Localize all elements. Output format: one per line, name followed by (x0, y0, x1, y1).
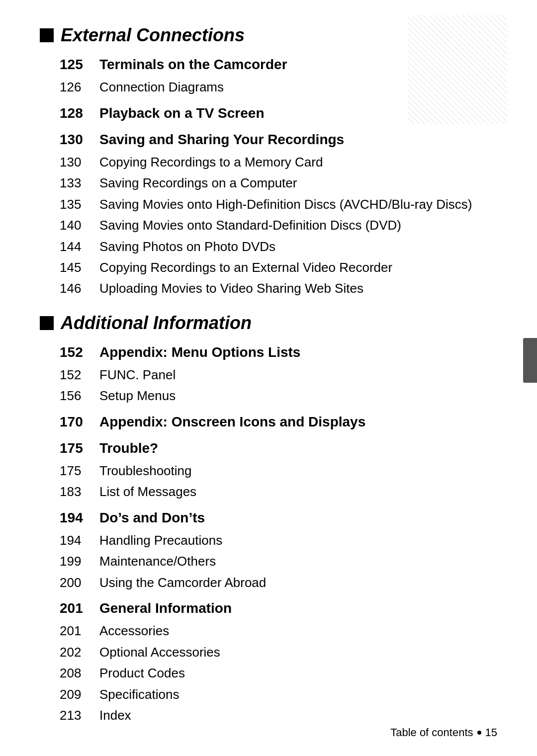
toc-row: 170Appendix: Onscreen Icons and Displays (40, 412, 497, 431)
toc-page-number: 156 (60, 388, 99, 404)
toc-row: 140Saving Movies onto Standard-Definitio… (40, 216, 497, 234)
toc-row: 213Index (40, 706, 497, 724)
toc-row: 130Saving and Sharing Your Recordings (40, 130, 497, 149)
toc-entry-text: Index (99, 706, 131, 724)
toc-row: 175Trouble? (40, 438, 497, 458)
toc-row: 208Product Codes (40, 664, 497, 682)
toc-entry-text: Copying Recordings to an External Video … (99, 258, 392, 276)
toc-page-number: 145 (60, 260, 99, 275)
toc-entry-text: Terminals on the Camcorder (99, 55, 287, 74)
toc-entry-text: Appendix: Menu Options Lists (99, 342, 300, 362)
toc-row: 200Using the Camcorder Abroad (40, 574, 497, 591)
toc-page-number: 152 (60, 344, 99, 360)
section-marker-icon (40, 316, 54, 330)
toc-entry-text: Connection Diagrams (99, 78, 224, 96)
toc-content: External Connections125Terminals on the … (40, 25, 497, 724)
toc-page-number: 202 (60, 645, 99, 660)
toc-row: 202Optional Accessories (40, 643, 497, 661)
toc-entry-text: Product Codes (99, 664, 185, 682)
toc-entry-text: Saving and Sharing Your Recordings (99, 130, 344, 149)
toc-page-number: 175 (60, 463, 99, 479)
toc-entry-text: Do’s and Don’ts (99, 508, 205, 527)
toc-page-number: 175 (60, 440, 99, 456)
page-container: External Connections125Terminals on the … (0, 0, 537, 756)
toc-page-number: 194 (60, 510, 99, 526)
toc-entry-text: Using the Camcorder Abroad (99, 574, 266, 591)
toc-page-number: 194 (60, 533, 99, 548)
toc-row: 144Saving Photos on Photo DVDs (40, 238, 497, 255)
toc-row: 152FUNC. Panel (40, 366, 497, 384)
toc-page-number: 125 (60, 57, 99, 73)
toc-entry-text: Copying Recordings to a Memory Card (99, 153, 323, 171)
toc-page-number: 209 (60, 687, 99, 702)
toc-row: 152Appendix: Menu Options Lists (40, 342, 497, 362)
toc-entry-text: Saving Recordings on a Computer (99, 174, 297, 192)
toc-entry-text: Trouble? (99, 438, 158, 458)
toc-page-number: 130 (60, 132, 99, 148)
toc-entry-text: Uploading Movies to Video Sharing Web Si… (99, 279, 363, 297)
toc-page-number: 133 (60, 175, 99, 191)
toc-page-number: 183 (60, 484, 99, 500)
toc-row: 194Handling Precautions (40, 531, 497, 549)
toc-row: 133Saving Recordings on a Computer (40, 174, 497, 192)
footer-page-number: 15 (485, 726, 497, 739)
toc-page-number: 170 (60, 414, 99, 430)
footer-bullet-icon (477, 731, 481, 735)
toc-page-number: 140 (60, 218, 99, 233)
toc-row: 145Copying Recordings to an External Vid… (40, 258, 497, 276)
toc-page-number: 199 (60, 554, 99, 569)
toc-row: 199Maintenance/Others (40, 552, 497, 570)
toc-entry-text: Specifications (99, 685, 179, 703)
page-footer: Table of contents 15 (390, 726, 497, 739)
toc-entry-text: Troubleshooting (99, 462, 192, 480)
toc-page-number: 144 (60, 239, 99, 254)
toc-entry-text: Saving Movies onto Standard-Definition D… (99, 216, 401, 234)
toc-entry-text: General Information (99, 598, 232, 618)
toc-entry-text: Appendix: Onscreen Icons and Displays (99, 412, 365, 431)
toc-row: 183List of Messages (40, 483, 497, 501)
toc-page-number: 152 (60, 367, 99, 383)
toc-page-number: 135 (60, 197, 99, 212)
toc-entry-text: Playback on a TV Screen (99, 103, 265, 123)
section-group-additional-information: 152Appendix: Menu Options Lists152FUNC. … (40, 342, 497, 725)
toc-entry-text: Optional Accessories (99, 643, 220, 661)
toc-page-number: 128 (60, 105, 99, 121)
toc-page-number: 213 (60, 708, 99, 723)
section-title-additional-information: Additional Information (61, 313, 252, 334)
toc-row: 135Saving Movies onto High-Definition Di… (40, 195, 497, 213)
toc-row: 201Accessories (40, 622, 497, 640)
toc-entry-text: Saving Movies onto High-Definition Discs… (99, 195, 472, 213)
toc-entry-text: FUNC. Panel (99, 366, 176, 384)
toc-entry-text: Handling Precautions (99, 531, 222, 549)
toc-entry-text: Saving Photos on Photo DVDs (99, 238, 275, 255)
toc-entry-text: List of Messages (99, 483, 196, 501)
toc-page-number: 201 (60, 600, 99, 616)
section-title-external-connections: External Connections (61, 25, 245, 46)
toc-page-number: 126 (60, 80, 99, 95)
toc-entry-text: Maintenance/Others (99, 552, 216, 570)
section-marker-icon (40, 28, 54, 42)
toc-row: 130Copying Recordings to a Memory Card (40, 153, 497, 171)
toc-page-number: 146 (60, 281, 99, 296)
footer-text: Table of contents (390, 726, 473, 739)
toc-row: 201General Information (40, 598, 497, 618)
toc-row: 175Troubleshooting (40, 462, 497, 480)
toc-row: 209Specifications (40, 685, 497, 703)
toc-row: 156Setup Menus (40, 387, 497, 405)
watermark-decoration (408, 15, 507, 124)
toc-entry-text: Accessories (99, 622, 169, 640)
scrollbar-tab (523, 338, 537, 383)
toc-page-number: 208 (60, 666, 99, 681)
toc-entry-text: Setup Menus (99, 387, 176, 405)
section-header-additional-information: Additional Information (40, 313, 497, 334)
toc-row: 194Do’s and Don’ts (40, 508, 497, 527)
toc-page-number: 130 (60, 155, 99, 170)
toc-row: 146Uploading Movies to Video Sharing Web… (40, 279, 497, 297)
toc-page-number: 201 (60, 623, 99, 639)
toc-page-number: 200 (60, 575, 99, 590)
